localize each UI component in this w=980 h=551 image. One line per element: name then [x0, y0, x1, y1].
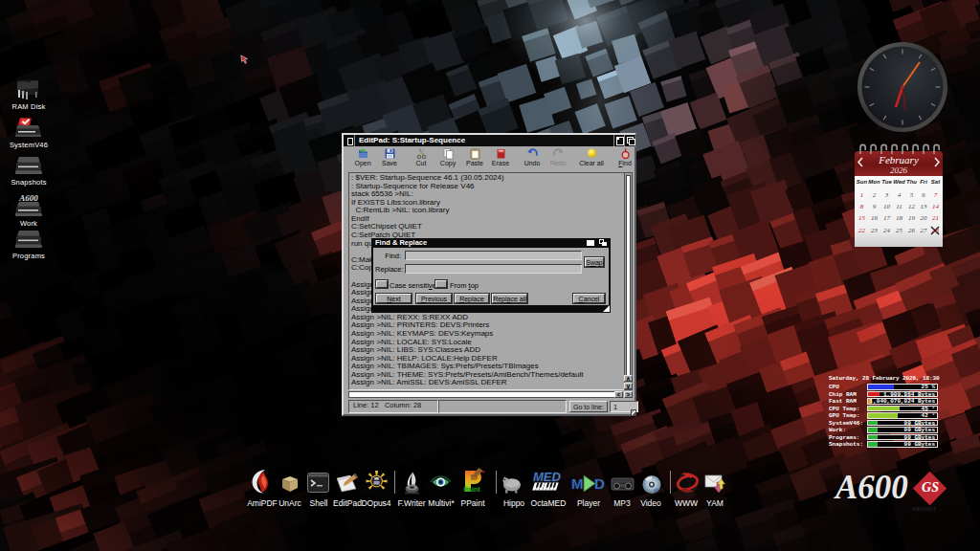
svg-text:M: M — [571, 475, 584, 492]
svg-text:D: D — [594, 475, 605, 492]
svg-text:Paint: Paint — [463, 486, 480, 493]
svg-text:MED: MED — [533, 470, 562, 484]
